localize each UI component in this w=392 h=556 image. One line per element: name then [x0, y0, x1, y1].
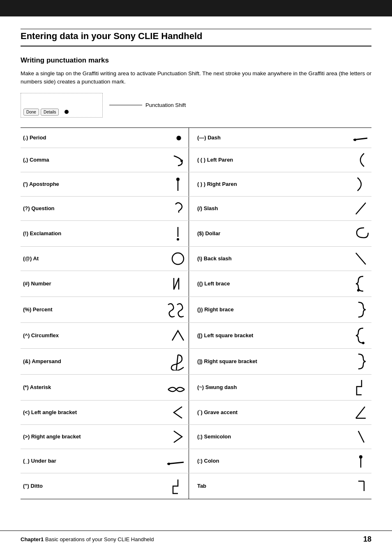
punctuation-dot: [65, 110, 69, 114]
label-grave: (`) Grave accent: [197, 409, 279, 415]
right-cell-semi: (;) Semicolon: [189, 425, 371, 449]
table-row: (,) Comma ( ( ) Left Paren: [21, 148, 371, 172]
graffiti-diagram: Done Details Punctuation Shift: [21, 93, 371, 118]
table-row: (!) Exclamation ($) Dollar: [21, 221, 371, 247]
label-dollar: ($) Dollar: [197, 230, 279, 236]
left-cell-period: (.) Period ●: [21, 128, 189, 148]
label-at: (@) At: [23, 255, 105, 262]
label-dash: (—) Dash: [197, 134, 279, 141]
right-cell-lsquare: ([) Left square bracket: [189, 323, 371, 348]
title-divider: [21, 29, 371, 29]
svg-point-11: [362, 342, 364, 344]
label-tab: Tab: [197, 483, 279, 489]
glyph-colon: [353, 453, 369, 469]
glyph-pct: [166, 301, 186, 318]
details-button[interactable]: Details: [41, 109, 59, 116]
shift-arrow: [109, 105, 142, 105]
left-cell-circ: (^) Circumflex: [21, 323, 189, 348]
glyph-langle: [170, 405, 186, 420]
glyph-quest: [170, 200, 186, 217]
right-cell-dash: (—) Dash: [189, 128, 371, 148]
footer-chapter: Chapter1 Basic operations of your Sony C…: [21, 536, 154, 542]
table-row: (?) Question (/) Slash: [21, 197, 371, 221]
punct-table-section: (.) Period ● (—) Dash (,) Comma: [21, 127, 371, 499]
left-cell-num: (#) Number: [21, 271, 189, 297]
glyph-grave: [353, 404, 369, 421]
label-ditto: (") Ditto: [23, 483, 105, 489]
left-cell-langle: (<) Left angle bracket: [21, 401, 189, 424]
table-row: (&) Ampersand (]) Right square bracket: [21, 349, 371, 375]
label-rparen: ( ) ) Right Paren: [197, 181, 279, 187]
right-cell-rparen: ( ) ) Right Paren: [189, 172, 371, 196]
glyph-period: ●: [175, 132, 182, 144]
table-row: (#) Number ({) Left brace: [21, 271, 371, 297]
label-apos: (') Apostrophe: [23, 181, 105, 187]
label-amp: (&) Ampersand: [23, 358, 105, 364]
label-semi: (;) Semicolon: [197, 433, 279, 440]
glyph-rsquare: [353, 352, 369, 371]
right-cell-lparen: ( ( ) Left Paren: [189, 148, 371, 172]
table-row: (_) Under bar (:) Colon: [21, 449, 371, 473]
label-lsquare: ([) Left square bracket: [197, 332, 279, 338]
glyph-ditto: [170, 477, 186, 495]
left-cell-apos: (') Apostrophe: [21, 172, 189, 196]
label-backslash: (\) Back slash: [197, 255, 279, 262]
glyph-rparen: [353, 176, 369, 192]
left-cell-at: (@) At: [21, 247, 189, 271]
table-row: (%) Percent (}) Right brace: [21, 297, 371, 323]
glyph-lparen: [353, 152, 369, 168]
label-lbrace: ({) Left brace: [197, 280, 279, 287]
label-rangle: (>) Right angle bracket: [23, 433, 105, 440]
table-row: (.) Period ● (—) Dash: [21, 128, 371, 148]
label-rbrace: (}) Right brace: [197, 306, 279, 313]
label-num: (#) Number: [23, 280, 105, 287]
glyph-at: [170, 250, 186, 267]
label-period: (.) Period: [23, 134, 105, 141]
graffiti-buttons: Done Details: [23, 109, 69, 116]
table-row: (') Apostrophe ( ) ) Right Paren: [21, 172, 371, 197]
footer-chapter-label: Chapter1: [21, 536, 44, 542]
svg-line-9: [356, 253, 366, 264]
svg-point-16: [168, 463, 170, 465]
left-cell-comma: (,) Comma: [21, 148, 189, 172]
label-under: (_) Under bar: [23, 458, 105, 464]
label-ast: (*) Asterisk: [23, 384, 105, 390]
glyph-num: [170, 276, 186, 292]
right-cell-tab: Tab: [189, 473, 371, 499]
footer-page-number: 18: [363, 535, 371, 544]
main-content: Entering data in your Sony CLIE Handheld…: [0, 16, 392, 524]
svg-point-4: [176, 178, 180, 181]
table-row: (@) At (\) Back slash: [21, 247, 371, 271]
label-colon: (:) Colon: [197, 458, 279, 464]
footer: Chapter1 Basic operations of your Sony C…: [0, 531, 392, 548]
glyph-dollar: [353, 225, 369, 243]
svg-point-18: [359, 455, 362, 459]
graffiti-box: Done Details: [21, 93, 103, 118]
left-cell-quest: (?) Question: [21, 197, 189, 220]
left-cell-rangle: (>) Right angle bracket: [21, 425, 189, 449]
glyph-lbrace: [353, 275, 369, 293]
svg-line-5: [356, 203, 366, 214]
table-row: (^) Circumflex ([) Left square bracket: [21, 323, 371, 349]
svg-point-2: [180, 160, 183, 162]
label-pct: (%) Percent: [23, 306, 105, 313]
right-cell-colon: (:) Colon: [189, 449, 371, 473]
right-cell-swung: (~) Swung dash: [189, 375, 371, 400]
left-cell-ast: (*) Asterisk: [21, 375, 189, 400]
left-cell-excl: (!) Exclamation: [21, 221, 189, 246]
svg-point-10: [357, 289, 360, 292]
shift-line: Punctuation Shift: [109, 102, 186, 108]
label-circ: (^) Circumflex: [23, 332, 105, 338]
right-cell-slash: (/) Slash: [189, 197, 371, 220]
label-swung: (~) Swung dash: [197, 384, 279, 390]
right-cell-backslash: (\) Back slash: [189, 247, 371, 271]
glyph-backslash: [353, 250, 369, 267]
table-row: (<) Left angle bracket (`) Grave accent: [21, 401, 371, 425]
intro-text: Make a single tap on the Graffiti writin…: [21, 70, 371, 86]
glyph-excl: [170, 225, 186, 242]
label-excl: (!) Exclamation: [23, 230, 105, 236]
svg-line-12: [356, 407, 365, 418]
glyph-ast: [166, 381, 186, 394]
glyph-apos: [170, 176, 186, 192]
done-button[interactable]: Done: [23, 109, 39, 116]
